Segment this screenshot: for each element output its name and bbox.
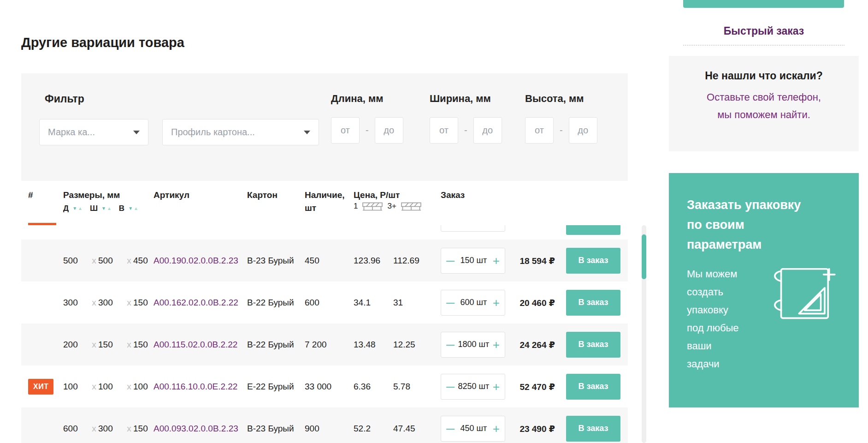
range-dash: - — [560, 125, 563, 136]
sku-link[interactable]: A00.093.02.0.0B.2.23 — [154, 424, 238, 434]
range-dash: - — [366, 125, 369, 136]
leave-phone-link[interactable]: Оставьте свой телефон, — [669, 89, 859, 106]
sort-length-control[interactable]: ▼ ▲ — [72, 206, 83, 211]
add-to-order-button[interactable]: В заказ — [566, 290, 620, 316]
cardboard-profile-select[interactable]: Профиль картона... — [162, 119, 319, 145]
length-to-input[interactable] — [375, 117, 403, 144]
sizes-sort-row: Д ▼ ▲ Ш ▼ ▲ В ▼ ▲ — [63, 204, 142, 213]
qty-value[interactable]: 1800 шт — [458, 340, 490, 349]
product-row: 500 x 500 x 450 A00.190.02.0.0B.2.23 В-2… — [21, 239, 628, 281]
price-tier1-value: 6.36 — [354, 382, 371, 392]
sidebar-top-button[interactable] — [683, 0, 844, 8]
sort-width-control[interactable]: ▼ ▲ — [101, 206, 112, 211]
pallet-icon — [401, 202, 421, 211]
qty-value[interactable]: 450 шт — [461, 424, 487, 433]
size-width: 100 — [98, 382, 125, 392]
sort-label-height: В — [119, 204, 124, 213]
size-cell: 600 x 300 x 150 — [63, 424, 148, 434]
qty-decrease-button[interactable]: — — [446, 341, 455, 349]
width-from-input[interactable] — [430, 117, 458, 144]
size-cell: 300 x 300 x 150 — [63, 298, 148, 308]
sort-desc-icon: ▼ — [72, 206, 77, 211]
qty-decrease-button[interactable]: — — [446, 383, 455, 391]
height-filter-group: Высота, мм - — [525, 93, 597, 144]
add-to-order-button[interactable]: В заказ — [566, 374, 620, 400]
qty-value[interactable]: 600 шт — [461, 298, 487, 307]
qty-stepper[interactable] — [441, 225, 505, 232]
scrolled-row-partial — [21, 225, 628, 239]
sku-link[interactable]: A00.162.02.0.0B.2.22 — [154, 298, 238, 308]
sku-link[interactable]: A00.190.02.0.0B.2.23 — [154, 256, 238, 266]
leave-phone-link[interactable]: мы поможем найти. — [669, 106, 859, 124]
size-separator: x — [90, 298, 98, 308]
size-separator: x — [125, 298, 133, 308]
chevron-down-icon — [304, 131, 310, 134]
stock-value: 600 — [305, 298, 319, 308]
qty-value[interactable]: 150 шт — [461, 256, 487, 265]
size-separator: x — [125, 256, 133, 266]
length-from-input[interactable] — [331, 117, 360, 144]
column-header-sku: Артикул — [154, 190, 189, 200]
quick-order-link[interactable]: Быстрый заказ — [669, 25, 859, 37]
size-cell: 100 x 100 x 100 — [63, 382, 148, 392]
scrollbar-thumb[interactable] — [642, 234, 646, 279]
page-title: Другие вариации товара — [21, 35, 184, 50]
sort-label-width: Ш — [90, 204, 98, 213]
column-header-index: # — [28, 190, 33, 200]
custom-card-title: параметрам — [687, 235, 859, 255]
price-tier2-label: 3+ — [387, 202, 396, 211]
column-header-price: Цена, Р/шт — [354, 190, 400, 200]
sort-height-control[interactable]: ▼ ▲ — [128, 206, 138, 211]
hit-badge: ХИТ — [28, 379, 53, 395]
size-height: 450 — [133, 256, 148, 266]
height-from-input[interactable] — [525, 117, 554, 144]
add-to-order-button[interactable] — [566, 225, 620, 235]
qty-value[interactable]: 8250 шт — [458, 382, 490, 391]
chevron-down-icon — [133, 131, 140, 134]
column-header-sizes: Размеры, мм — [63, 190, 120, 200]
qty-decrease-button[interactable]: — — [446, 425, 455, 433]
table-body: 500 x 500 x 450 A00.190.02.0.0B.2.23 В-2… — [21, 225, 628, 443]
size-separator: x — [90, 256, 98, 266]
size-cell: 200 x 150 x 150 — [63, 340, 148, 350]
size-height: 150 — [133, 424, 148, 434]
column-header-cardboard: Картон — [247, 190, 278, 200]
sort-desc-icon: ▼ — [128, 206, 133, 211]
size-cell: 500 x 500 x 450 — [63, 256, 148, 266]
row-total: 23 490 ₽ — [503, 423, 555, 434]
filter-panel: Фильтр Марка ка... Профиль картона... Дл… — [21, 73, 628, 181]
table-scrollbar[interactable] — [642, 225, 646, 443]
cardboard-label: В-22 Бурый — [247, 340, 294, 350]
width-to-input[interactable] — [473, 117, 502, 144]
sku-link[interactable]: A00.116.10.0.0E.2.22 — [154, 382, 237, 392]
size-width: 500 — [98, 256, 125, 266]
size-separator: x — [125, 382, 133, 392]
size-width: 150 — [98, 340, 125, 350]
size-separator: x — [90, 424, 98, 434]
cardboard-brand-select[interactable]: Марка ка... — [39, 119, 148, 145]
qty-decrease-button[interactable]: — — [446, 299, 455, 307]
qty-increase-button[interactable]: + — [493, 423, 500, 435]
qty-increase-button[interactable]: + — [493, 339, 500, 351]
sku-link[interactable]: A00.115.02.0.0B.2.22 — [154, 340, 237, 350]
add-to-order-button[interactable]: В заказ — [566, 416, 620, 442]
qty-increase-button[interactable]: + — [493, 255, 500, 267]
cardboard-label: В-23 Бурый — [247, 256, 294, 266]
filter-title: Фильтр — [45, 93, 84, 105]
product-row: 300 x 300 x 150 A00.162.02.0.0B.2.22 В-2… — [21, 281, 628, 323]
cardboard-label: В-22 Бурый — [247, 298, 294, 308]
size-height: 150 — [133, 340, 148, 350]
qty-decrease-button[interactable]: — — [446, 257, 455, 265]
length-filter-label: Длина, мм — [331, 93, 403, 105]
product-row: 200 x 150 x 150 A00.115.02.0.0B.2.22 В-2… — [21, 323, 628, 365]
add-to-order-button[interactable]: В заказ — [566, 248, 620, 274]
height-filter-label: Высота, мм — [525, 93, 597, 105]
height-to-input[interactable] — [569, 117, 597, 144]
add-to-order-button[interactable]: В заказ — [566, 332, 620, 358]
price-tier1-value: 52.2 — [354, 424, 371, 434]
qty-increase-button[interactable]: + — [493, 381, 500, 393]
table-header: # Размеры, мм Д ▼ ▲ Ш ▼ ▲ В ▼ ▲ Артикул … — [21, 184, 628, 225]
qty-increase-button[interactable]: + — [493, 297, 500, 309]
qty-stepper: — 150 шт + — [441, 248, 505, 274]
size-height: 150 — [133, 298, 148, 308]
